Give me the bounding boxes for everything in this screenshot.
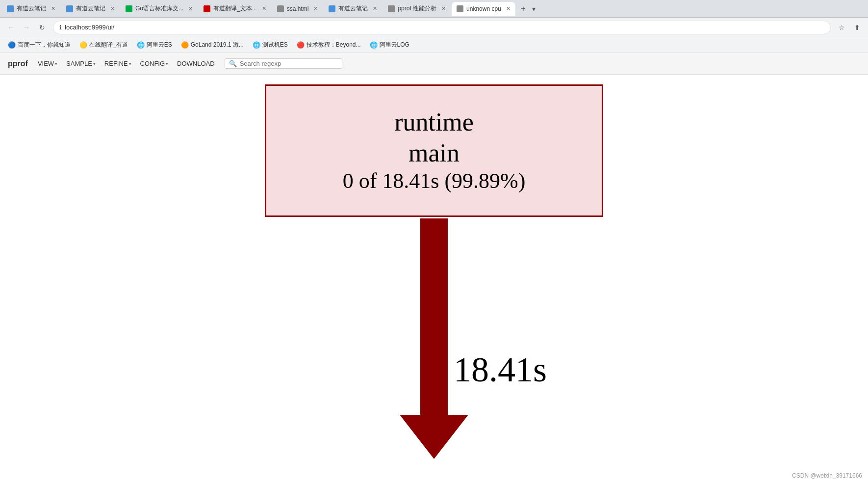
url-text: localhost:9999/ui/ — [65, 24, 114, 31]
edge-label: 18.41s — [454, 349, 547, 390]
forward-button[interactable]: → — [20, 21, 33, 34]
tab-5[interactable]: ssa.html ✕ — [272, 2, 323, 16]
bookmark-item-4[interactable]: 🌐测试机ES — [249, 39, 292, 51]
back-button[interactable]: ← — [4, 21, 18, 34]
search-box: 🔍 — [225, 58, 342, 69]
menu-config[interactable]: CONFIG▾ — [136, 58, 173, 69]
reload-button[interactable]: ↻ — [35, 21, 49, 34]
pprof-logo: pprof — [8, 59, 28, 68]
search-icon: 🔍 — [229, 60, 237, 67]
pprof-toolbar: pprof VIEW▾SAMPLE▾REFINE▾CONFIG▾DOWNLOAD… — [0, 53, 868, 75]
node-function-name: main — [408, 138, 460, 168]
tab-4[interactable]: 有道翻译_文本... ✕ — [199, 2, 271, 16]
address-bar: ← → ↻ ℹ localhost:9999/ui/ ☆ ⬆ — [0, 18, 868, 37]
tab-8[interactable]: unknown cpu ✕ — [452, 2, 515, 16]
new-tab-button[interactable]: + — [516, 2, 530, 16]
url-bar[interactable]: ℹ localhost:9999/ui/ — [53, 21, 831, 34]
tab-1[interactable]: 有道云笔记 ✕ — [2, 2, 60, 16]
bookmark-star-button[interactable]: ☆ — [835, 21, 848, 34]
bookmark-item-3[interactable]: 🟠GoLand 2019.1 激... — [177, 39, 248, 51]
arrow-shaft — [420, 218, 448, 425]
tab-list-button[interactable]: ▾ — [532, 5, 536, 13]
node-timing: 0 of 18.41s (99.89%) — [343, 168, 526, 194]
node-function-namespace: runtime — [394, 107, 474, 137]
graph-node[interactable]: runtime main 0 of 18.41s (99.89%) — [265, 84, 603, 217]
share-button[interactable]: ⬆ — [850, 21, 864, 34]
tab-7[interactable]: pprof 性能分析 ✕ — [383, 2, 451, 16]
watermark: CSDN @weixin_39171666 — [792, 472, 862, 479]
nav-buttons: ← → ↻ — [4, 21, 49, 34]
lock-icon: ℹ — [59, 24, 62, 31]
menu-refine[interactable]: REFINE▾ — [101, 58, 135, 69]
tab-3[interactable]: Go语言标准库文... ✕ — [121, 2, 198, 16]
menu-download[interactable]: DOWNLOAD — [173, 58, 219, 69]
tab-6[interactable]: 有道云笔记 ✕ — [324, 2, 382, 16]
bookmark-item-0[interactable]: 🔵百度一下，你就知道 — [4, 39, 75, 51]
main-content: runtime main 0 of 18.41s (99.89%) 18.41s… — [0, 75, 868, 483]
search-input[interactable] — [240, 60, 338, 67]
tab-2[interactable]: 有道云笔记 ✕ — [61, 2, 120, 16]
browser-chrome: 有道云笔记 ✕ 有道云笔记 ✕ Go语言标准库文... ✕ 有道翻译_文本...… — [0, 0, 868, 53]
bookmarks-bar: 🔵百度一下，你就知道🟡在线翻译_有道🌐阿里云ES🟠GoLand 2019.1 激… — [0, 37, 868, 53]
arrow-head — [400, 415, 468, 459]
address-actions: ☆ ⬆ — [835, 21, 864, 34]
tab-bar: 有道云笔记 ✕ 有道云笔记 ✕ Go语言标准库文... ✕ 有道翻译_文本...… — [0, 0, 868, 18]
bookmark-item-5[interactable]: 🔴技术教程：Beyond... — [293, 39, 365, 51]
menu-view[interactable]: VIEW▾ — [34, 58, 61, 69]
bookmark-item-1[interactable]: 🟡在线翻译_有道 — [76, 39, 132, 51]
menu-sample[interactable]: SAMPLE▾ — [62, 58, 100, 69]
bookmark-item-2[interactable]: 🌐阿里云ES — [133, 39, 176, 51]
graph-container: runtime main 0 of 18.41s (99.89%) 18.41s — [0, 75, 868, 483]
bookmark-item-6[interactable]: 🌐阿里云LOG — [366, 39, 413, 51]
